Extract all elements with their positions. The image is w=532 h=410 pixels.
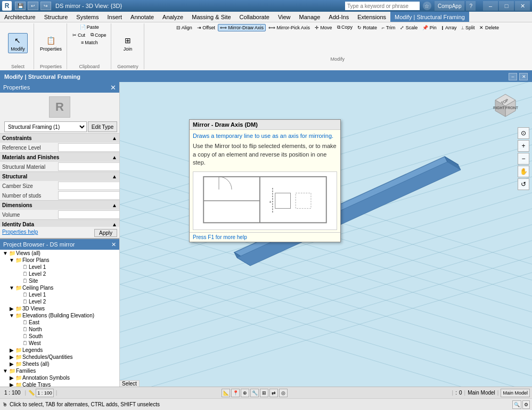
close-button[interactable]: ✕: [515, 1, 530, 11]
pan-button[interactable]: ✋: [518, 166, 529, 177]
ruler-tool-1[interactable]: 📐: [222, 389, 230, 397]
delete-button[interactable]: ✕ Delete: [477, 24, 501, 31]
expand-schedules[interactable]: ▶: [9, 354, 15, 360]
copy-button[interactable]: ⧉ Cope: [88, 31, 109, 39]
project-browser-close[interactable]: ✕: [111, 241, 116, 248]
quick-access-save[interactable]: 💾: [15, 2, 26, 10]
ruler-tool-7[interactable]: ◎: [279, 389, 288, 397]
tree-item-views-all[interactable]: ▼ 📁 Views (all): [0, 250, 119, 257]
dimensions-expand[interactable]: ▲: [112, 202, 117, 208]
zoom-out-button[interactable]: −: [518, 153, 529, 165]
tree-item-3d-views[interactable]: ▶ 📁 3D Views: [0, 305, 119, 312]
tree-item-east[interactable]: 🗒 East: [0, 319, 119, 326]
copy-element-button[interactable]: ⧉ Copy: [335, 23, 355, 31]
status-settings-button[interactable]: ⚙: [522, 400, 530, 409]
edit-type-button[interactable]: Edit Type: [88, 121, 117, 132]
scale-button[interactable]: 1 : 100: [36, 389, 54, 397]
quick-access-undo[interactable]: ↩: [28, 2, 38, 10]
properties-close-button[interactable]: ✕: [110, 84, 116, 92]
properties-button[interactable]: 📋 Properties: [37, 33, 64, 53]
expand-views-all[interactable]: ▼: [2, 250, 9, 256]
zoom-in-button[interactable]: +: [518, 140, 529, 152]
structural-expand[interactable]: ▲: [112, 174, 117, 179]
quick-access-redo[interactable]: ↪: [40, 2, 51, 10]
menu-massing[interactable]: Massing & Site: [187, 12, 235, 22]
menu-collaborate[interactable]: Collaborate: [235, 12, 274, 22]
ruler-tool-6[interactable]: ⇄: [269, 389, 278, 397]
constraints-expand[interactable]: ▲: [112, 135, 117, 141]
tree-item-legends[interactable]: ▶ 📁 Legends: [0, 347, 119, 354]
tree-item-annotation-symbols[interactable]: ▶ 📁 Annotation Symbols: [0, 374, 119, 381]
volume-input[interactable]: [58, 210, 119, 219]
tree-item-north[interactable]: 🗒 North: [0, 326, 119, 333]
tree-item-ceiling-plans[interactable]: ▼ 📁 Ceiling Plans: [0, 284, 119, 291]
menu-modify[interactable]: Modify | Structural Framing: [390, 12, 469, 22]
properties-help-link[interactable]: Properties help: [2, 229, 38, 237]
trim-button[interactable]: ⌐ Trim: [380, 24, 397, 31]
expand-sheets[interactable]: ▶: [9, 361, 15, 367]
model-selector[interactable]: Main Model: [501, 389, 530, 397]
tree-item-site-fp[interactable]: 🗒 Site: [0, 277, 119, 284]
pin-button[interactable]: 📌 Pin: [420, 24, 439, 31]
tree-item-cable-trays[interactable]: ▶ 📁 Cable Trays: [0, 381, 119, 387]
orbit-button[interactable]: ↺: [518, 178, 529, 190]
modify-tool-button[interactable]: ↖ Modify: [8, 33, 28, 53]
tree-item-west[interactable]: 🗒 West: [0, 340, 119, 347]
split-button[interactable]: ⟂ Split: [459, 24, 477, 31]
expand-3d-views[interactable]: ▶: [9, 306, 15, 311]
panel-minimize-button[interactable]: –: [509, 73, 517, 80]
tree-item-south[interactable]: 🗒 South: [0, 333, 119, 340]
maximize-button[interactable]: □: [499, 1, 514, 11]
expand-elevations[interactable]: ▼: [9, 313, 15, 318]
scale-button[interactable]: ⤢ Scale: [398, 24, 420, 31]
identity-expand[interactable]: ▲: [112, 222, 117, 227]
tree-item-elevations[interactable]: ▼ 📁 Elevations (Building Elevation): [0, 312, 119, 319]
tree-item-level1-fp[interactable]: 🗒 Level 1: [0, 264, 119, 270]
paste-button[interactable]: 📄 Paste: [78, 23, 101, 31]
menu-annotate[interactable]: Annotate: [126, 12, 158, 22]
ruler-tool-2[interactable]: 📍: [231, 389, 240, 397]
num-studs-input[interactable]: [58, 191, 119, 200]
match-button[interactable]: ≡ Match: [79, 39, 100, 46]
tree-item-families[interactable]: ▼ 📁 Families: [0, 367, 119, 374]
zoom-fit-button[interactable]: ⊙: [518, 127, 529, 139]
status-filter-button[interactable]: 🔍: [512, 400, 521, 409]
view-cube[interactable]: TOP FRONT RIGHT: [487, 87, 524, 125]
expand-floor-plans[interactable]: ▼: [9, 257, 15, 263]
tree-item-schedules[interactable]: ▶ 📁 Schedules/Quantities: [0, 354, 119, 360]
menu-analyze[interactable]: Analyze: [158, 12, 187, 22]
align-button[interactable]: ⊟ Align: [174, 24, 194, 31]
rotate-button[interactable]: ↻ Rotate: [355, 24, 379, 31]
menu-systems[interactable]: Systems: [72, 12, 103, 22]
apply-button[interactable]: Apply: [94, 229, 117, 237]
tree-item-level1-cp[interactable]: 🗒 Level 1: [0, 291, 119, 298]
reference-level-input[interactable]: [58, 143, 119, 152]
viewport-canvas[interactable]: TOP FRONT RIGHT ⊙ + − ✋ ↺ Mirror - Draw …: [120, 82, 532, 387]
tree-item-level2-cp[interactable]: 🗒 Level 2: [0, 298, 119, 305]
panel-close-button[interactable]: ✕: [519, 73, 528, 80]
expand-annotation[interactable]: ▶: [9, 375, 15, 381]
menu-addins[interactable]: Add-Ins: [324, 12, 353, 22]
join-button[interactable]: ⊞ Join: [119, 33, 136, 53]
help-button[interactable]: ?: [466, 1, 476, 11]
menu-view[interactable]: View: [274, 12, 295, 22]
minimize-button[interactable]: –: [483, 1, 498, 11]
offset-button[interactable]: ⇥ Offset: [195, 24, 217, 31]
tree-item-level2-fp[interactable]: 🗒 Level 2: [0, 270, 119, 277]
expand-families[interactable]: ▼: [2, 368, 9, 374]
structural-material-input[interactable]: [58, 162, 119, 171]
expand-ceiling-plans[interactable]: ▼: [9, 285, 15, 291]
camber-size-input[interactable]: [58, 182, 119, 190]
user-button[interactable]: CompApp: [435, 1, 464, 11]
cut-button[interactable]: ✂ Cut: [70, 31, 87, 39]
ruler-tool-5[interactable]: ⊞: [260, 389, 268, 397]
materials-expand[interactable]: ▲: [112, 154, 117, 160]
ruler-tool-3[interactable]: ⊕: [241, 389, 249, 397]
expand-cable-trays[interactable]: ▶: [9, 382, 15, 387]
ruler-tool-4[interactable]: 🔧: [250, 389, 259, 397]
expand-legends[interactable]: ▶: [9, 347, 15, 353]
menu-extensions[interactable]: Extensions: [353, 12, 390, 22]
project-browser-content[interactable]: ▼ 📁 Views (all) ▼ 📁 Floor Plans 🗒 Level …: [0, 250, 119, 387]
move-button[interactable]: ✛ Move: [313, 24, 334, 31]
menu-manage[interactable]: Manage: [295, 12, 325, 22]
